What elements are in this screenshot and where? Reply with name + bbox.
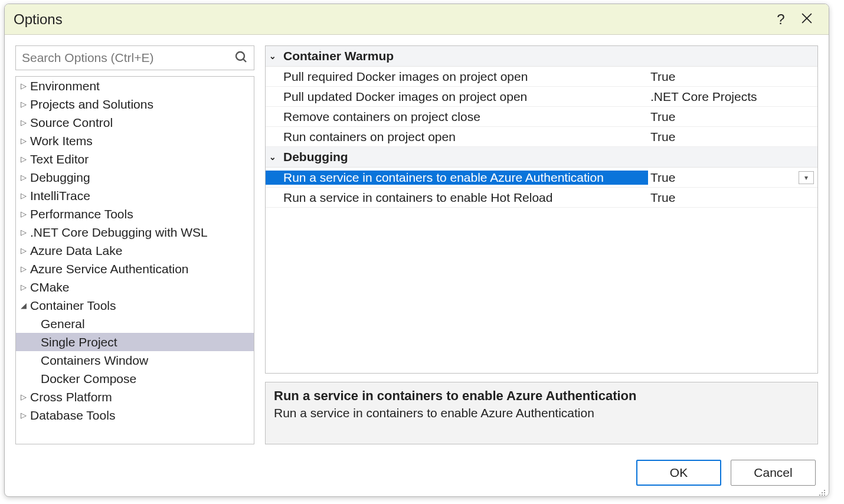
property-label: Pull updated Docker images on project op… bbox=[266, 90, 648, 104]
tree-item[interactable]: ▷Environment bbox=[16, 77, 254, 95]
chevron-right-icon: ▷ bbox=[19, 210, 28, 218]
options-dialog: Options ? ▷Environment▷Projects and Solu… bbox=[4, 4, 829, 497]
chevron-right-icon: ▷ bbox=[19, 136, 28, 145]
tree-item-label: Database Tools bbox=[30, 408, 115, 423]
help-icon: ? bbox=[777, 11, 784, 28]
property-value[interactable]: True bbox=[648, 130, 817, 144]
property-value[interactable]: True bbox=[648, 70, 817, 84]
chevron-down-icon: ◢ bbox=[19, 301, 28, 310]
tree-item[interactable]: ▷Azure Service Authentication bbox=[16, 260, 254, 278]
chevron-right-icon: ▷ bbox=[19, 246, 28, 255]
svg-rect-6 bbox=[824, 492, 825, 493]
tree-item[interactable]: ▷Text Editor bbox=[16, 150, 254, 168]
svg-rect-5 bbox=[822, 492, 823, 493]
property-row[interactable]: Run a service in containers to enable Ho… bbox=[266, 188, 817, 208]
property-value-text: True bbox=[650, 191, 675, 205]
tree-item[interactable]: ▷Debugging bbox=[16, 168, 254, 186]
property-row[interactable]: Pull updated Docker images on project op… bbox=[266, 87, 817, 107]
tree-item[interactable]: ▷Cross Platform bbox=[16, 388, 254, 406]
dropdown-button[interactable]: ▾ bbox=[799, 171, 814, 184]
tree-item-label: Azure Data Lake bbox=[30, 244, 122, 258]
dialog-footer: OK Cancel bbox=[5, 450, 829, 496]
description-text: Run a service in containers to enable Az… bbox=[274, 406, 809, 420]
property-value-text: True bbox=[650, 70, 675, 84]
description-title: Run a service in containers to enable Az… bbox=[274, 388, 809, 404]
svg-rect-8 bbox=[822, 495, 823, 496]
chevron-right-icon: ▷ bbox=[19, 100, 28, 109]
titlebar: Options ? bbox=[5, 4, 829, 35]
tree-item-label: Performance Tools bbox=[30, 207, 133, 221]
tree-item[interactable]: ▷Database Tools bbox=[16, 406, 254, 424]
search-input[interactable] bbox=[15, 45, 254, 70]
tree-item[interactable]: ▷Projects and Solutions bbox=[16, 95, 254, 113]
tree-item-label: Containers Window bbox=[41, 354, 148, 368]
resize-grip-icon[interactable] bbox=[818, 486, 826, 494]
tree-item-label: Environment bbox=[30, 79, 100, 93]
property-category-label: Debugging bbox=[283, 150, 348, 164]
svg-line-3 bbox=[243, 59, 246, 62]
tree-item[interactable]: ▷Azure Data Lake bbox=[16, 241, 254, 260]
search-icon bbox=[234, 50, 248, 64]
chevron-right-icon: ▷ bbox=[19, 264, 28, 273]
chevron-down-icon: ⌄ bbox=[269, 152, 280, 162]
tree-item[interactable]: ▷.NET Core Debugging with WSL bbox=[16, 223, 254, 241]
tree-item[interactable]: ▷IntelliTrace bbox=[16, 186, 254, 205]
tree-item-label: Single Project bbox=[41, 335, 117, 349]
close-button[interactable] bbox=[794, 8, 820, 31]
tree-item-label: Debugging bbox=[30, 171, 90, 185]
tree-item[interactable]: Single Project bbox=[16, 333, 254, 351]
chevron-right-icon: ▷ bbox=[19, 155, 28, 163]
property-row[interactable]: Remove containers on project closeTrue bbox=[266, 107, 817, 127]
property-label: Pull required Docker images on project o… bbox=[266, 70, 648, 84]
property-category[interactable]: ⌄Debugging bbox=[266, 147, 817, 168]
property-row[interactable]: Run containers on project openTrue bbox=[266, 127, 817, 147]
cancel-button[interactable]: Cancel bbox=[731, 460, 816, 486]
tree-item-label: CMake bbox=[30, 280, 70, 294]
chevron-down-icon: ▾ bbox=[804, 174, 808, 182]
svg-rect-7 bbox=[819, 495, 820, 496]
tree-item[interactable]: ▷CMake bbox=[16, 278, 254, 296]
tree-item[interactable]: Docker Compose bbox=[16, 369, 254, 388]
tree-item[interactable]: ▷Work Items bbox=[16, 132, 254, 150]
tree-item[interactable]: Containers Window bbox=[16, 351, 254, 369]
property-row[interactable]: Pull required Docker images on project o… bbox=[266, 67, 817, 87]
property-value-text: .NET Core Projects bbox=[650, 90, 757, 104]
property-grid: ⌄Container WarmupPull required Docker im… bbox=[265, 45, 818, 374]
tree-item[interactable]: ▷Source Control bbox=[16, 113, 254, 132]
tree-item[interactable]: General bbox=[16, 315, 254, 333]
ok-button[interactable]: OK bbox=[636, 460, 721, 486]
help-button[interactable]: ? bbox=[768, 8, 794, 31]
tree-item[interactable]: ▷Performance Tools bbox=[16, 205, 254, 223]
tree-item-label: Text Editor bbox=[30, 152, 89, 166]
options-tree: ▷Environment▷Projects and Solutions▷Sour… bbox=[15, 76, 254, 444]
property-label: Remove containers on project close bbox=[266, 110, 648, 124]
chevron-right-icon: ▷ bbox=[19, 81, 28, 90]
dialog-title: Options bbox=[14, 11, 768, 28]
tree-item-label: Azure Service Authentication bbox=[30, 262, 189, 276]
tree-item-label: Projects and Solutions bbox=[30, 97, 153, 112]
property-category[interactable]: ⌄Container Warmup bbox=[266, 46, 817, 67]
chevron-right-icon: ▷ bbox=[19, 118, 28, 127]
property-value-text: True bbox=[650, 110, 675, 124]
tree-item[interactable]: ◢Container Tools bbox=[16, 296, 254, 315]
property-value[interactable]: True bbox=[648, 191, 817, 205]
chevron-down-icon: ⌄ bbox=[269, 51, 280, 61]
property-label: Run containers on project open bbox=[266, 130, 648, 144]
property-value-text: True bbox=[650, 171, 675, 185]
chevron-right-icon: ▷ bbox=[19, 228, 28, 237]
property-value[interactable]: True bbox=[648, 110, 817, 124]
chevron-right-icon: ▷ bbox=[19, 191, 28, 200]
property-value[interactable]: True▾ bbox=[648, 171, 817, 185]
tree-item-label: Cross Platform bbox=[30, 390, 112, 404]
property-row[interactable]: Run a service in containers to enable Az… bbox=[266, 168, 817, 188]
tree-item-label: Container Tools bbox=[30, 299, 116, 313]
left-column: ▷Environment▷Projects and Solutions▷Sour… bbox=[15, 45, 254, 444]
tree-scroll[interactable]: ▷Environment▷Projects and Solutions▷Sour… bbox=[16, 77, 254, 444]
svg-point-2 bbox=[236, 52, 244, 60]
svg-rect-4 bbox=[824, 490, 825, 491]
chevron-right-icon: ▷ bbox=[19, 173, 28, 182]
property-value[interactable]: .NET Core Projects bbox=[648, 90, 817, 104]
tree-item-label: Work Items bbox=[30, 134, 93, 148]
property-label: Run a service in containers to enable Az… bbox=[266, 171, 648, 185]
tree-item-label: Source Control bbox=[30, 116, 113, 130]
